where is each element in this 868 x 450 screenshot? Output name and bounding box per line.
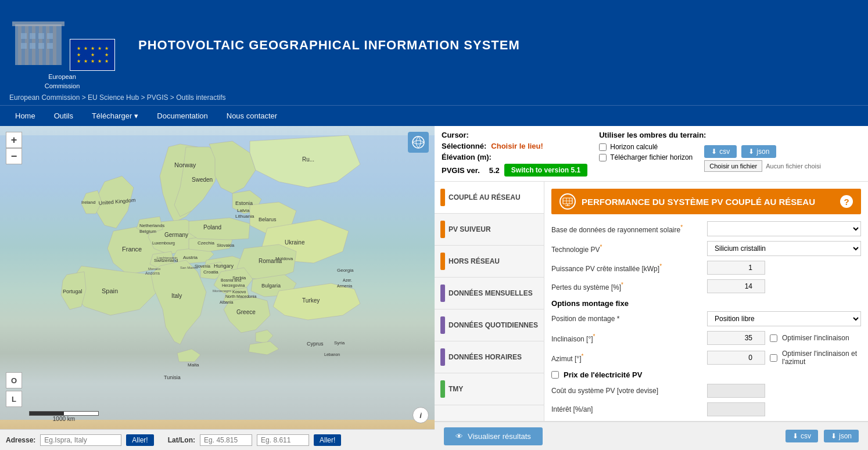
optimiser-az-row: Optimiser l'inclinaison et l'azimut (770, 350, 861, 366)
zoom-out-button[interactable]: − (6, 148, 22, 164)
tab-quotidienne[interactable]: DONNÉES QUOTIDIENNES (435, 309, 544, 341)
breadcrumb: European Commission > EU Science Hub > P… (0, 90, 868, 105)
bottom-csv-button[interactable]: ⬇ csv (785, 430, 818, 442)
tab-hors-indicator (440, 253, 445, 270)
tab-quotidienne-label: DONNÉES QUOTIDIENNES (449, 321, 538, 329)
tab-couple-label: COUPLÉ AU RÉSEAU (449, 193, 521, 201)
tab-tmy[interactable]: TMY (435, 373, 544, 405)
map[interactable]: Norway Sweden Estonia Latvia Lithuania B… (0, 126, 435, 429)
nav-home[interactable]: Home (6, 106, 45, 126)
svg-text:Czechia: Czechia (198, 240, 214, 246)
tab-mensuelle[interactable]: DONNÉES MENSUELLES (435, 278, 544, 309)
map-wrapper: Norway Sweden Estonia Latvia Lithuania B… (0, 126, 435, 450)
puissance-input[interactable] (707, 261, 765, 275)
pvgis-ver-value: 5.2 (489, 166, 500, 175)
svg-rect-7 (53, 26, 56, 65)
breadcrumb-item-3[interactable]: PVGIS (147, 93, 168, 102)
eye-icon: 👁 (455, 432, 463, 441)
svg-text:Herzegovina: Herzegovina (222, 283, 245, 288)
map-l-button[interactable]: L (6, 391, 22, 407)
azimut-input[interactable] (707, 351, 765, 365)
map-svg: Norway Sweden Estonia Latvia Lithuania B… (0, 126, 435, 429)
svg-rect-15 (47, 43, 53, 49)
address-label: Adresse: (6, 436, 35, 444)
bottom-json-button[interactable]: ⬇ json (824, 430, 859, 442)
download-icon: ⬇ (711, 147, 717, 156)
go-latlon-button[interactable]: Aller! (314, 434, 341, 446)
map-o-button[interactable]: O (6, 372, 22, 388)
help-icon[interactable]: ? (840, 195, 853, 208)
nav-outils[interactable]: Outils (45, 106, 83, 126)
elevation-label: Élévation (m): (442, 153, 492, 161)
eu-flag: ★ ★ ★ ★ ★ ★ ★ ★ ★ ★ ★ ★ ★ ★ ★ (70, 39, 115, 71)
choose-file-button[interactable]: Choisir un fichier (704, 160, 762, 172)
tab-tmy-label: TMY (449, 385, 463, 393)
horizon-calc-checkbox[interactable] (599, 143, 607, 151)
choose-location-link[interactable]: Choisir le lieu! (491, 142, 543, 150)
svg-text:Ru...: Ru... (302, 156, 314, 163)
svg-text:Turkey: Turkey (302, 297, 320, 304)
azimut-label: Azimut [°]* (551, 353, 702, 363)
globe-icon[interactable] (408, 132, 429, 153)
optimiser-az-checkbox[interactable] (770, 354, 777, 362)
breadcrumb-sep3: > (170, 93, 176, 102)
cout-row: Coût du système PV [votre devise] (551, 384, 861, 398)
puissance-row: Puissance PV crête installée [kWp]* (551, 261, 861, 275)
radiation-db-select[interactable] (707, 221, 861, 236)
inclinaison-input[interactable] (707, 331, 765, 345)
svg-rect-13 (30, 43, 35, 49)
json-download-button[interactable]: ⬇ json (741, 145, 776, 158)
svg-text:Hungary: Hungary (214, 263, 234, 269)
cursor-label: Cursor: (442, 131, 469, 139)
breadcrumb-item-1[interactable]: European Commission (9, 93, 80, 102)
breadcrumb-sep1: > (82, 93, 88, 102)
cout-input[interactable] (707, 384, 765, 398)
dl-horizon-row: Télécharger fichier horizon (599, 153, 693, 161)
prix-label: Prix de l'électricité PV (564, 370, 642, 379)
nav-telecharger[interactable]: Télécharger ▾ (83, 106, 148, 126)
svg-text:Kosovo: Kosovo (232, 290, 246, 294)
map-info-icon[interactable]: i (413, 407, 429, 423)
nav-contact[interactable]: Nous contacter (217, 106, 286, 126)
go-address-button[interactable]: Aller! (126, 434, 153, 446)
interet-input[interactable] (707, 402, 765, 416)
svg-rect-1 (12, 21, 64, 26)
lon-input[interactable] (257, 434, 309, 446)
pvgis-ver-label: PVGIS ver. (442, 166, 480, 175)
address-input[interactable] (40, 434, 121, 446)
tab-horaire[interactable]: DONNÉES HORAIRES (435, 341, 544, 373)
prix-checkbox[interactable] (551, 371, 559, 379)
svg-text:Georgia: Georgia (337, 268, 354, 273)
visualize-button[interactable]: 👁 Visualiser résultats (444, 427, 543, 445)
prix-row: Prix de l'électricité PV (551, 370, 861, 379)
zoom-in-button[interactable]: + (6, 132, 22, 148)
tab-hors[interactable]: HORS RÉSEAU (435, 246, 544, 278)
position-row: Position de montage * Position libre Toi… (551, 311, 861, 326)
position-select[interactable]: Position libre Toit plat Façade (707, 311, 861, 326)
tab-hors-label: HORS RÉSEAU (449, 257, 500, 265)
lat-input[interactable] (200, 434, 252, 446)
csv-download-button[interactable]: ⬇ csv (704, 145, 737, 158)
switch-version-button[interactable]: Switch to version 5.1 (504, 164, 587, 177)
svg-text:Albania: Albania (220, 300, 233, 304)
breadcrumb-item-2[interactable]: EU Science Hub (88, 93, 139, 102)
svg-text:Andorra: Andorra (145, 271, 160, 275)
form-header: PERFORMANCE DU SYSTÈME PV COUPLÉ AU RÉSE… (551, 189, 861, 214)
optimiser-inclinaison-checkbox[interactable] (770, 334, 777, 342)
svg-text:Ireland: Ireland (81, 200, 95, 205)
pertes-input[interactable] (707, 279, 765, 293)
svg-text:Netherlands: Netherlands (139, 223, 164, 228)
tab-suiveur-label: PV SUIVEUR (449, 225, 491, 233)
tab-couple[interactable]: COUPLÉ AU RÉSEAU (435, 182, 544, 214)
tab-suiveur[interactable]: PV SUIVEUR (435, 214, 544, 246)
technologie-select[interactable]: Silicium cristallin CIS CdTe Autre (707, 241, 861, 256)
nav-documentation[interactable]: Documentation (148, 106, 217, 126)
download-horizon-checkbox[interactable] (599, 154, 607, 161)
csv-json-buttons: ⬇ csv ⬇ json (704, 145, 821, 158)
svg-text:Germany: Germany (164, 232, 188, 238)
svg-text:Armenia: Armenia (337, 284, 352, 288)
tab-navigation: COUPLÉ AU RÉSEAU PV SUIVEUR HORS RÉSEAU … (435, 182, 544, 421)
svg-text:San Marino: San Marino (180, 266, 198, 269)
inclinaison-row: Inclinaison [°]* Optimiser l'inclinaison (551, 331, 861, 345)
svg-text:Portugal: Portugal (63, 289, 83, 294)
